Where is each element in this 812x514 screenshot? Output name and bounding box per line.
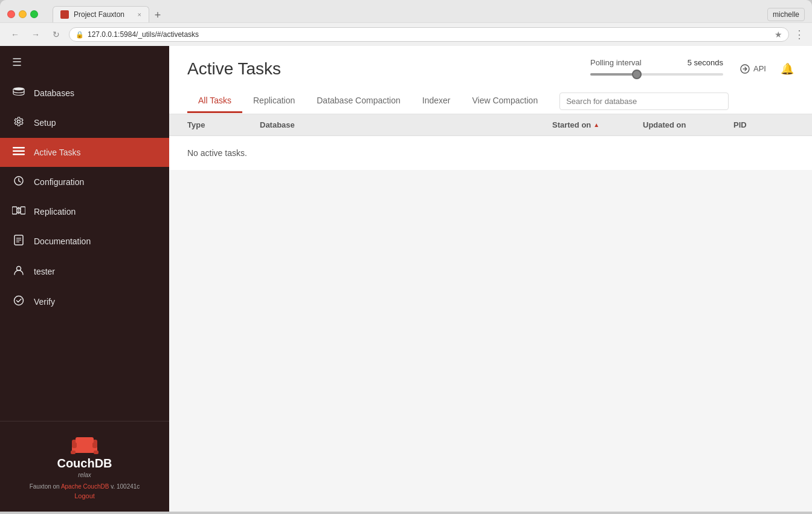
no-tasks-message: No active tasks. xyxy=(187,148,794,158)
page-title: Active Tasks xyxy=(187,59,281,79)
sidebar-item-replication[interactable]: Replication xyxy=(0,197,169,226)
tab-indexer[interactable]: Indexer xyxy=(411,89,462,113)
table-body: No active tasks. xyxy=(169,136,812,170)
sidebar-label-documentation: Documentation xyxy=(34,236,91,246)
couchdb-logo-icon xyxy=(69,434,100,455)
documentation-icon xyxy=(12,235,25,248)
configuration-icon xyxy=(12,175,25,189)
verify-icon xyxy=(12,295,25,308)
column-started-on[interactable]: Started on ▲ xyxy=(552,120,643,129)
svg-rect-6 xyxy=(21,207,25,214)
search-input[interactable] xyxy=(559,93,729,110)
column-type: Type xyxy=(187,120,260,129)
sidebar-item-active-tasks[interactable]: Active Tasks xyxy=(0,138,169,167)
tab-view-compaction[interactable]: View Compaction xyxy=(461,89,549,113)
svg-rect-2 xyxy=(13,151,25,152)
replication-icon xyxy=(12,206,25,218)
sidebar-footer: CouchDB relax Fauxton on Apache CouchDB … xyxy=(0,421,169,512)
header-icons: API 🔔 xyxy=(735,62,794,76)
tab-replication[interactable]: Replication xyxy=(242,89,306,113)
sidebar-label-setup: Setup xyxy=(34,118,56,128)
tab-all-tasks[interactable]: All Tasks xyxy=(187,89,242,113)
active-tasks-icon xyxy=(12,146,25,158)
svg-rect-20 xyxy=(76,437,94,443)
apache-couchdb-link[interactable]: Apache CouchDB xyxy=(61,483,109,490)
sort-arrow-started-on: ▲ xyxy=(593,122,599,128)
polling-label: Polling interval xyxy=(590,58,642,67)
url-text: 127.0.0.1:5984/_utils/#/activetasks xyxy=(88,30,771,39)
bookmark-icon[interactable]: ★ xyxy=(775,30,782,39)
browser-menu-icon[interactable]: ⋮ xyxy=(794,28,805,41)
sidebar-item-documentation[interactable]: Documentation xyxy=(0,226,169,256)
api-button[interactable]: API xyxy=(735,62,771,76)
setup-icon xyxy=(12,116,25,129)
user-badge: michelle xyxy=(767,8,805,21)
minimize-button[interactable] xyxy=(19,10,27,18)
fauxton-text: Fauxton on xyxy=(30,483,61,490)
refresh-button[interactable]: ↻ xyxy=(48,27,64,42)
polling-section: Polling interval 5 seconds xyxy=(590,58,723,79)
main-content: Active Tasks Polling interval 5 seconds xyxy=(169,46,812,512)
sidebar-item-tester[interactable]: tester xyxy=(0,256,169,287)
logo-text: CouchDB xyxy=(57,457,112,470)
tab-close-button[interactable]: × xyxy=(138,11,141,18)
back-button[interactable]: ← xyxy=(7,27,23,42)
browser-titlebar: Project Fauxton × + michelle xyxy=(0,0,812,22)
polling-value: 5 seconds xyxy=(688,58,723,67)
logout-link[interactable]: Logout xyxy=(12,492,157,499)
footer-text: Fauxton on Apache CouchDB v. 100241c xyxy=(12,483,157,490)
traffic-lights xyxy=(7,10,38,18)
forward-button[interactable]: → xyxy=(28,27,44,42)
address-bar[interactable]: 🔒 127.0.0.1:5984/_utils/#/activetasks ★ xyxy=(69,27,789,42)
svg-rect-3 xyxy=(13,154,25,155)
bell-icon[interactable]: 🔔 xyxy=(781,62,794,76)
table-area: Type Database Started on ▲ Updated on PI… xyxy=(169,114,812,170)
toolbar-right: michelle xyxy=(767,8,805,21)
api-icon xyxy=(740,64,750,74)
sidebar-item-verify[interactable]: Verify xyxy=(0,287,169,317)
svg-point-13 xyxy=(14,296,24,305)
sidebar-label-replication: Replication xyxy=(34,207,76,216)
sidebar-nav: Databases Setup xyxy=(0,79,169,421)
sidebar: ☰ Databases xyxy=(0,46,169,512)
new-tab-button[interactable]: + xyxy=(149,8,166,22)
maximize-button[interactable] xyxy=(30,10,38,18)
table-header: Type Database Started on ▲ Updated on PI… xyxy=(169,114,812,136)
lock-icon: 🔒 xyxy=(76,31,84,39)
main-header: Active Tasks Polling interval 5 seconds xyxy=(169,46,812,114)
svg-rect-5 xyxy=(12,207,17,214)
sidebar-item-setup[interactable]: Setup xyxy=(0,108,169,138)
sidebar-header: ☰ xyxy=(0,46,169,79)
browser-window: Project Fauxton × + michelle ← → ↻ 🔒 127… xyxy=(0,0,812,46)
browser-toolbar: ← → ↻ 🔒 127.0.0.1:5984/_utils/#/activeta… xyxy=(0,22,812,46)
browser-tabs: Project Fauxton × + xyxy=(53,6,762,22)
version-text: v. 100241c xyxy=(109,483,140,490)
svg-point-0 xyxy=(13,88,24,91)
sidebar-label-tester: tester xyxy=(34,267,55,276)
hamburger-icon[interactable]: ☰ xyxy=(12,56,22,69)
sidebar-label-databases: Databases xyxy=(34,88,74,98)
user-icon xyxy=(12,265,25,278)
logo-name: CouchDB xyxy=(57,457,112,470)
tab-title: Project Fauxton xyxy=(74,10,124,19)
sidebar-item-configuration[interactable]: Configuration xyxy=(0,167,169,197)
tab-favicon xyxy=(60,10,69,19)
column-updated-on: Updated on xyxy=(643,120,733,129)
sidebar-label-verify: Verify xyxy=(34,297,55,307)
tab-database-compaction[interactable]: Database Compaction xyxy=(306,89,411,113)
svg-rect-15 xyxy=(71,451,76,454)
browser-tab[interactable]: Project Fauxton × xyxy=(53,6,149,22)
databases-icon xyxy=(12,87,25,99)
polling-label-row: Polling interval 5 seconds xyxy=(590,58,723,67)
column-pid: PID xyxy=(733,120,794,129)
close-button[interactable] xyxy=(7,10,15,18)
api-label: API xyxy=(753,64,766,73)
couchdb-logo: CouchDB relax xyxy=(12,434,157,478)
header-controls: Polling interval 5 seconds xyxy=(590,58,794,79)
sidebar-item-databases[interactable]: Databases xyxy=(0,79,169,108)
sidebar-label-active-tasks: Active Tasks xyxy=(34,148,81,157)
search-tab xyxy=(549,89,794,114)
column-database: Database xyxy=(260,120,552,129)
tabs-bar: All Tasks Replication Database Compactio… xyxy=(187,89,794,114)
sidebar-label-configuration: Configuration xyxy=(34,177,84,187)
